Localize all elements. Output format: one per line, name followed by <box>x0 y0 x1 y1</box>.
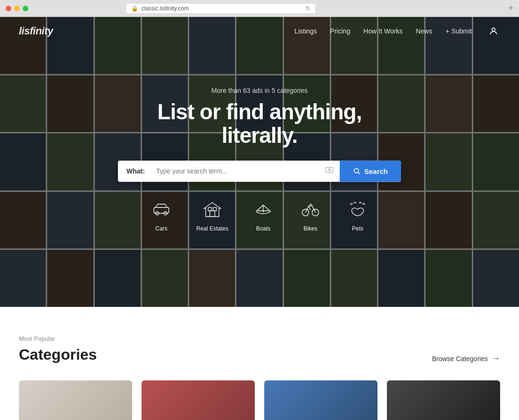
section-eyebrow: Most Popular <box>19 335 97 342</box>
close-button[interactable] <box>6 6 11 11</box>
boats-icon <box>251 197 276 221</box>
category-card[interactable] <box>264 380 377 420</box>
categories-row: Cars Real Estates <box>118 197 401 231</box>
nav-links: Listings Pricing How It Works News + Sub… <box>294 27 472 35</box>
search-input[interactable] <box>151 161 319 181</box>
hero-subtitle: More than 63 ads in 5 categories <box>118 86 401 94</box>
search-bar: What: Search <box>118 160 401 181</box>
nav-submit-button[interactable]: + Submit <box>445 27 472 35</box>
hero-section: lisfinity Listings Pricing How It Works … <box>0 17 519 307</box>
new-tab-button[interactable]: + <box>508 4 513 12</box>
category-item-pets[interactable]: Pets <box>345 197 370 231</box>
svg-rect-11 <box>213 207 217 211</box>
hero-title: List or find anything, literally. <box>118 99 401 147</box>
category-item-bikes[interactable]: Bikes <box>298 197 323 231</box>
cars-icon <box>149 197 174 221</box>
bikes-icon <box>298 197 323 221</box>
category-card[interactable] <box>142 380 255 420</box>
below-fold-section: Most Popular Categories Browse Categorie… <box>0 307 519 420</box>
category-item-cars[interactable]: Cars <box>149 197 174 231</box>
category-cards-grid <box>19 380 500 420</box>
address-bar[interactable]: 🔒 classic.lisfinity.com ↻ <box>126 4 315 13</box>
svg-rect-1 <box>326 167 333 173</box>
image-upload-icon[interactable] <box>319 166 340 176</box>
nav-link-news[interactable]: News <box>416 27 432 35</box>
browser-chrome: 🔒 classic.lisfinity.com ↻ + <box>0 0 519 17</box>
arrow-right-icon: → <box>492 354 500 363</box>
search-button-label: Search <box>364 167 388 175</box>
svg-point-3 <box>354 169 359 173</box>
category-item-boats[interactable]: Boats <box>251 197 276 231</box>
svg-rect-9 <box>210 211 215 216</box>
search-button[interactable]: Search <box>340 160 401 181</box>
maximize-button[interactable] <box>23 6 28 11</box>
user-icon[interactable] <box>487 25 500 38</box>
category-card[interactable] <box>19 380 132 420</box>
pets-icon <box>345 197 370 221</box>
url-text: classic.lisfinity.com <box>141 5 188 12</box>
svg-marker-8 <box>204 202 220 216</box>
cars-label: Cars <box>155 225 167 231</box>
svg-point-2 <box>328 169 331 171</box>
boats-label: Boats <box>256 225 271 231</box>
navbar: lisfinity Listings Pricing How It Works … <box>0 17 519 45</box>
logo[interactable]: lisfinity <box>19 25 53 37</box>
minimize-button[interactable] <box>14 6 20 11</box>
svg-rect-10 <box>208 207 211 211</box>
section-title: Categories <box>19 346 97 363</box>
section-header: Most Popular Categories Browse Categorie… <box>19 335 500 363</box>
real-estates-label: Real Estates <box>196 225 228 231</box>
svg-line-4 <box>358 173 360 174</box>
search-what-label: What: <box>118 167 151 175</box>
nav-link-how-it-works[interactable]: How It Works <box>363 27 402 35</box>
nav-link-listings[interactable]: Listings <box>294 27 317 35</box>
nav-link-pricing[interactable]: Pricing <box>330 27 351 35</box>
hero-content: More than 63 ads in 5 categories List or… <box>118 86 401 231</box>
pets-label: Pets <box>352 225 363 231</box>
browser-actions: + <box>508 4 513 13</box>
lock-icon: 🔒 <box>131 5 138 12</box>
traffic-lights <box>6 6 28 11</box>
category-item-real-estates[interactable]: Real Estates <box>196 197 228 231</box>
logo-text: lisfinity <box>19 25 53 37</box>
real-estates-icon <box>200 197 225 221</box>
refresh-icon[interactable]: ↻ <box>306 5 310 12</box>
browse-categories-label: Browse Categories <box>432 355 488 362</box>
section-title-group: Most Popular Categories <box>19 335 97 363</box>
browse-categories-link[interactable]: Browse Categories → <box>432 354 500 363</box>
category-card[interactable] <box>387 380 500 420</box>
bikes-label: Bikes <box>303 225 317 231</box>
svg-point-0 <box>492 28 495 31</box>
browser-window: lisfinity Listings Pricing How It Works … <box>0 17 519 420</box>
